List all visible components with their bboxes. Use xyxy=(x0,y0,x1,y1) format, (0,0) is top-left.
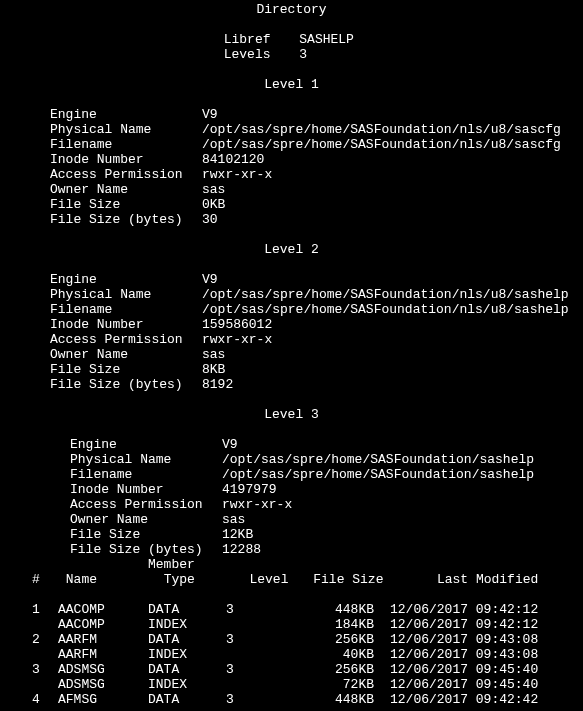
table-row: 3ADSMSGDATA3256KB12/06/2017 09:45:40 xyxy=(32,662,583,677)
member-header: Member xyxy=(148,557,195,572)
cell-modified: 12/06/2017 09:43:08 xyxy=(390,632,538,647)
cell-type: DATA xyxy=(148,632,226,647)
levels-value: 3 xyxy=(299,47,359,62)
level1-filename: /opt/sas/spre/home/SASFoundation/nls/u8/… xyxy=(202,137,561,152)
libref-label: Libref xyxy=(224,32,284,47)
level1-physical-name: /opt/sas/spre/home/SASFoundation/nls/u8/… xyxy=(202,122,561,137)
level2-filename: /opt/sas/spre/home/SASFoundation/nls/u8/… xyxy=(202,302,569,317)
sas-directory-listing: { "title": "Directory", "libref_label": … xyxy=(0,0,583,707)
levels-label: Levels xyxy=(224,47,284,62)
cell-name: AACOMP xyxy=(58,617,148,632)
level2-filesize-bytes: 8192 xyxy=(202,377,233,392)
cell-name: AARFM xyxy=(58,647,148,662)
label-engine: Engine xyxy=(50,107,202,122)
cell-type: DATA xyxy=(148,692,226,707)
cell-name: AARFM xyxy=(58,632,148,647)
cell-size: 184KB xyxy=(282,617,374,632)
col-type: Type xyxy=(164,572,242,587)
level2-filesize: 8KB xyxy=(202,362,225,377)
cell-size: 448KB xyxy=(282,602,374,617)
table-row: 1AACOMPDATA3448KB12/06/2017 09:42:12 xyxy=(32,602,583,617)
label-access: Access Permission xyxy=(50,167,202,182)
col-level: Level xyxy=(249,572,305,587)
table-row: ADSMSGINDEX72KB12/06/2017 09:45:40 xyxy=(32,677,583,692)
col-num: # xyxy=(32,572,58,587)
level2-inode: 159586012 xyxy=(202,317,272,332)
level1-filesize: 0KB xyxy=(202,197,225,212)
cell-num: 2 xyxy=(32,632,58,647)
cell-level: 3 xyxy=(226,602,282,617)
cell-level: 3 xyxy=(226,662,282,677)
cell-modified: 12/06/2017 09:45:40 xyxy=(390,662,538,677)
table-header-row: # Name Type Level File Size Last Modifie… xyxy=(32,572,583,587)
label-physical-name: Physical Name xyxy=(50,122,202,137)
level1-engine: V9 xyxy=(202,107,218,122)
levels-row: Levels 3 xyxy=(0,47,583,62)
col-modified: Last Modified xyxy=(437,572,538,587)
cell-modified: 12/06/2017 09:42:12 xyxy=(390,602,538,617)
table-row: AARFMINDEX40KB12/06/2017 09:43:08 xyxy=(32,647,583,662)
cell-modified: 12/06/2017 09:42:12 xyxy=(390,617,538,632)
level2-owner: sas xyxy=(202,347,225,362)
level2-heading: Level 2 xyxy=(0,242,583,257)
table-row: AACOMPINDEX184KB12/06/2017 09:42:12 xyxy=(32,617,583,632)
cell-type: INDEX xyxy=(148,677,226,692)
label-filesize: File Size xyxy=(50,197,202,212)
level3-engine: V9 xyxy=(222,437,238,452)
cell-size: 256KB xyxy=(282,662,374,677)
level1-access: rwxr-xr-x xyxy=(202,167,272,182)
member-header-row: Member xyxy=(32,557,583,572)
table-row: 4AFMSGDATA3448KB12/06/2017 09:42:42 xyxy=(32,692,583,707)
col-name: Name xyxy=(66,572,156,587)
cell-size: 40KB xyxy=(282,647,374,662)
level1-heading: Level 1 xyxy=(0,77,583,92)
level3-owner: sas xyxy=(222,512,245,527)
cell-type: DATA xyxy=(148,662,226,677)
cell-num: 1 xyxy=(32,602,58,617)
label-filesize-bytes: File Size (bytes) xyxy=(50,212,202,227)
level2-engine: V9 xyxy=(202,272,218,287)
level1-inode: 84102120 xyxy=(202,152,264,167)
cell-modified: 12/06/2017 09:43:08 xyxy=(390,647,538,662)
cell-level: 3 xyxy=(226,692,282,707)
label-filename: Filename xyxy=(50,137,202,152)
level3-filesize: 12KB xyxy=(222,527,253,542)
cell-type: DATA xyxy=(148,602,226,617)
level3-access: rwxr-xr-x xyxy=(222,497,292,512)
level3-inode: 4197979 xyxy=(222,482,277,497)
libref-row: Libref SASHELP xyxy=(0,32,583,47)
label-inode: Inode Number xyxy=(50,152,202,167)
level3-filename: /opt/sas/spre/home/SASFoundation/sashelp xyxy=(222,467,534,482)
level1-filesize-bytes: 30 xyxy=(202,212,218,227)
cell-size: 448KB xyxy=(282,692,374,707)
level2-physical-name: /opt/sas/spre/home/SASFoundation/nls/u8/… xyxy=(202,287,569,302)
cell-modified: 12/06/2017 09:42:42 xyxy=(390,692,538,707)
cell-level: 3 xyxy=(226,632,282,647)
cell-modified: 12/06/2017 09:45:40 xyxy=(390,677,538,692)
cell-type: INDEX xyxy=(148,617,226,632)
cell-num: 4 xyxy=(32,692,58,707)
label-owner: Owner Name xyxy=(50,182,202,197)
col-filesize: File Size xyxy=(313,572,405,587)
cell-name: AFMSG xyxy=(58,692,148,707)
cell-type: INDEX xyxy=(148,647,226,662)
cell-name: AACOMP xyxy=(58,602,148,617)
table-row: 2AARFMDATA3256KB12/06/2017 09:43:08 xyxy=(32,632,583,647)
cell-num: 3 xyxy=(32,662,58,677)
libref-value: SASHELP xyxy=(299,32,359,47)
level3-filesize-bytes: 12288 xyxy=(222,542,261,557)
table-body: 1AACOMPDATA3448KB12/06/2017 09:42:12AACO… xyxy=(0,602,583,707)
level1-owner: sas xyxy=(202,182,225,197)
cell-size: 72KB xyxy=(282,677,374,692)
cell-size: 256KB xyxy=(282,632,374,647)
level2-access: rwxr-xr-x xyxy=(202,332,272,347)
cell-name: ADSMSG xyxy=(58,677,148,692)
title: Directory xyxy=(0,2,583,17)
cell-name: ADSMSG xyxy=(58,662,148,677)
level3-heading: Level 3 xyxy=(0,407,583,422)
level3-physical-name: /opt/sas/spre/home/SASFoundation/sashelp xyxy=(222,452,534,467)
